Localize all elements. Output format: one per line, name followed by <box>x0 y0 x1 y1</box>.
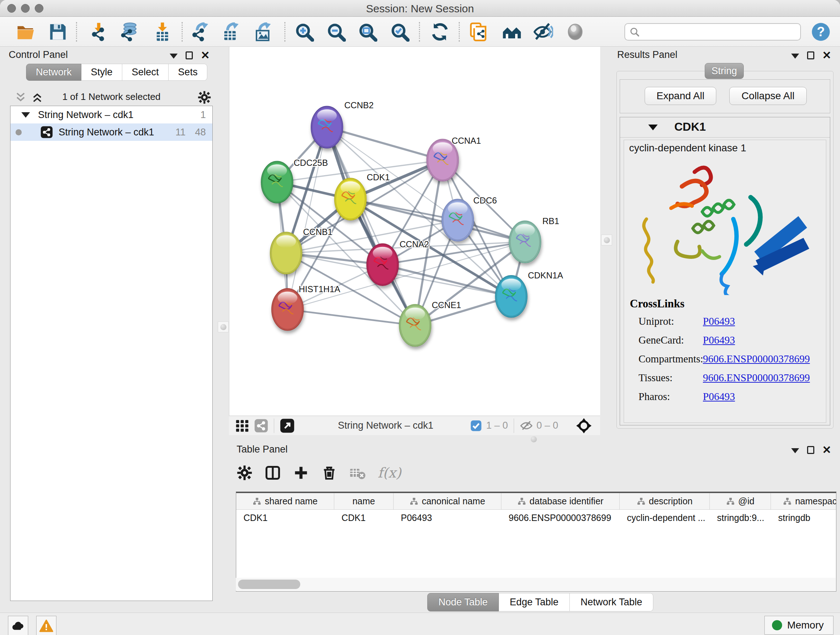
crosslink-link[interactable]: P06493 <box>703 315 735 327</box>
detach-view-icon[interactable] <box>280 418 294 433</box>
tab-node-table[interactable]: Node Table <box>427 593 499 611</box>
table-cell[interactable]: P06493 <box>393 510 501 526</box>
show-columns-icon[interactable] <box>265 465 281 481</box>
panel-menu-icon[interactable] <box>791 448 799 453</box>
tab-network-table[interactable]: Network Table <box>570 593 654 611</box>
node-label-CDK1: CDK1 <box>367 172 390 182</box>
column-header-namespace[interactable]: namespace <box>771 493 836 509</box>
network-view-icon[interactable] <box>254 419 268 432</box>
node-CCNE1[interactable] <box>399 304 431 347</box>
node-CDKN1A[interactable] <box>495 276 527 318</box>
network-collection-row[interactable]: String Network – cdk1 1 <box>11 106 212 124</box>
table-cell[interactable]: 9606.ENSP00000378699 <box>501 510 620 526</box>
panel-menu-icon[interactable] <box>170 54 178 59</box>
gene-section-header[interactable]: CDK1 <box>620 117 830 138</box>
help-icon[interactable]: ? <box>810 21 831 42</box>
network-canvas[interactable]: CCNB2CCNA1CDC25BCDK1CDC6RB1CCNB1CCNA2CDK… <box>229 47 600 416</box>
export-image-icon[interactable] <box>253 21 273 42</box>
import-table-from-file-icon[interactable] <box>152 21 173 42</box>
node-HIST1H1A[interactable] <box>272 288 303 331</box>
crosslink-link[interactable]: 9606.ENSP00000378699 <box>703 372 810 384</box>
node-CDC6[interactable] <box>442 199 474 241</box>
table-cell[interactable]: CDK1 <box>236 510 334 526</box>
table-cell[interactable]: CDK1 <box>334 510 393 526</box>
export-table-icon[interactable] <box>220 21 241 42</box>
warning-button[interactable] <box>36 616 57 635</box>
panel-float-icon[interactable] <box>807 446 814 454</box>
tab-string[interactable]: String <box>705 63 744 79</box>
import-network-from-file-icon[interactable] <box>88 21 110 42</box>
tab-edge-table[interactable]: Edge Table <box>499 593 570 611</box>
node-CDK1[interactable] <box>335 178 366 220</box>
home-panel-icon[interactable] <box>501 21 523 42</box>
panel-close-icon[interactable]: ✕ <box>822 51 831 60</box>
table-horizontal-scrollbar[interactable] <box>236 578 836 591</box>
memory-button[interactable]: Memory <box>764 616 834 635</box>
crosslink-link[interactable]: P06493 <box>703 334 735 346</box>
table-row[interactable]: CDK1CDK1P064939606.ENSP00000378699cyclin… <box>236 510 836 526</box>
column-header-shared-name[interactable]: shared name <box>236 493 334 509</box>
save-session-icon[interactable] <box>47 21 68 42</box>
import-network-from-database-icon[interactable] <box>118 21 140 42</box>
edge-CCNB2-CCNE1[interactable] <box>327 127 415 325</box>
scrollbar-thumb[interactable] <box>238 580 300 589</box>
node-CCNB2[interactable] <box>311 106 343 148</box>
column-header-name[interactable]: name <box>334 493 393 509</box>
collapse-all-button[interactable]: Collapse All <box>729 87 807 105</box>
table-cell[interactable]: cyclin-dependent ... <box>620 510 710 526</box>
column-header-@id[interactable]: @id <box>710 493 771 509</box>
edge-CCNB2-HIST1H1A[interactable] <box>287 127 327 310</box>
expand-all-button[interactable]: Expand All <box>645 87 716 105</box>
zoom-out-icon[interactable] <box>325 21 347 42</box>
column-header-canonical-name[interactable]: canonical name <box>393 493 501 509</box>
vertical-splitter-handle[interactable] <box>601 234 612 245</box>
network-row[interactable]: String Network – cdk1 11 48 <box>11 124 212 141</box>
gene-collapse-icon[interactable] <box>648 125 658 130</box>
toolbar-separator <box>284 22 286 42</box>
search-input[interactable] <box>639 25 800 39</box>
node-CCNB1[interactable] <box>270 232 302 274</box>
export-network-icon[interactable] <box>190 21 211 42</box>
panel-menu-icon[interactable] <box>791 54 799 59</box>
zoom-fit-icon[interactable] <box>357 21 378 42</box>
update-network-icon[interactable] <box>429 21 450 42</box>
tab-network[interactable]: Network <box>26 64 81 81</box>
birds-eye-view-icon[interactable] <box>576 417 592 434</box>
show-hide-graphics-details-icon[interactable] <box>533 21 554 42</box>
panel-float-icon[interactable] <box>186 51 193 59</box>
zoom-in-icon[interactable] <box>294 21 315 42</box>
collection-expand-icon[interactable] <box>21 112 30 118</box>
delete-column-icon[interactable] <box>321 465 337 481</box>
panel-close-icon[interactable]: ✕ <box>822 445 831 455</box>
node-CDC25B[interactable] <box>261 161 293 203</box>
table-cell[interactable]: stringdb:9... <box>710 510 771 526</box>
column-header-database-identifier[interactable]: database identifier <box>501 493 620 509</box>
open-session-icon[interactable] <box>15 21 36 42</box>
clone-network-icon[interactable] <box>468 21 489 42</box>
crosslink-link[interactable]: P06493 <box>703 391 735 402</box>
tab-sets[interactable]: Sets <box>169 64 207 81</box>
memory-status-dot-icon <box>772 620 782 630</box>
network-view-title: String Network – cdk1 <box>338 420 433 431</box>
panel-float-icon[interactable] <box>807 51 814 59</box>
panel-close-icon[interactable]: ✕ <box>201 51 210 60</box>
results-panel: Results Panel ✕ String Expand All Collap… <box>614 49 836 434</box>
tab-style[interactable]: Style <box>81 64 122 81</box>
edge-HIST1H1A-CCNE1[interactable] <box>287 310 415 325</box>
crosslink-link[interactable]: 9606.ENSP00000378699 <box>703 353 810 365</box>
selected-checkbox-icon[interactable] <box>470 420 482 432</box>
table-cell[interactable]: stringdb <box>771 510 836 526</box>
network-options-gear-icon[interactable] <box>197 90 211 104</box>
create-column-icon[interactable] <box>293 465 309 481</box>
vertical-splitter-handle[interactable] <box>218 321 229 333</box>
node-RB1[interactable] <box>509 221 541 263</box>
zoom-selected-icon[interactable] <box>389 21 410 42</box>
cloud-button[interactable] <box>8 616 28 635</box>
table-options-gear-icon[interactable] <box>237 465 253 481</box>
search-box[interactable] <box>624 23 801 41</box>
grid-view-icon[interactable] <box>235 419 249 432</box>
level-of-detail-icon[interactable] <box>565 21 586 42</box>
tab-select[interactable]: Select <box>122 64 169 81</box>
column-header-description[interactable]: description <box>620 493 710 509</box>
node-CCNA2[interactable] <box>367 244 399 286</box>
